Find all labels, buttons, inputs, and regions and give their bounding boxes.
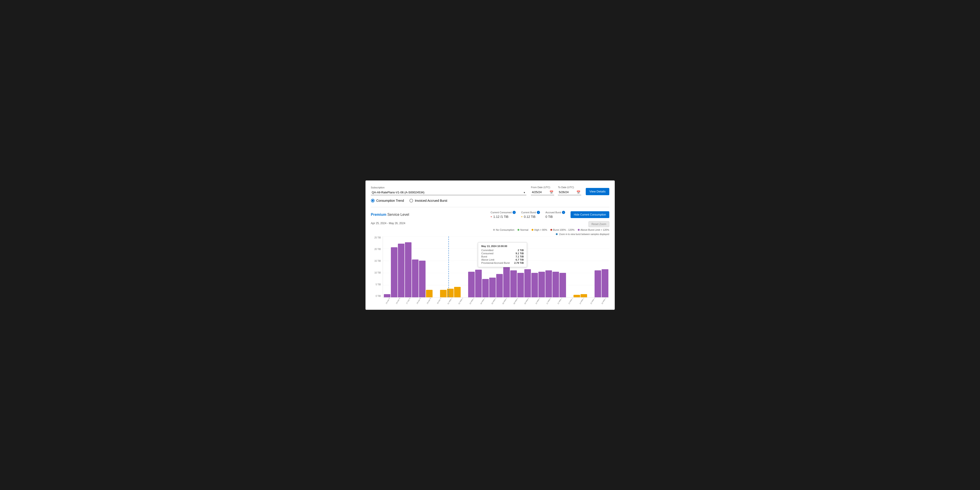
tooltip-above-limit-label: Above Limit xyxy=(481,258,494,261)
bar-18 xyxy=(510,270,517,297)
x-label-19: 15 May 16:00 xyxy=(590,298,600,304)
current-consumed-info-icon[interactable]: i xyxy=(512,211,516,214)
tooltip-consumed-row: Consumed 9.1 TiB xyxy=(481,252,523,255)
tooltip-burst-row: Burst 7.1 TiB xyxy=(481,255,523,258)
legend-label-high: High > 80% xyxy=(534,228,547,231)
accrued-burst-label: Accrued Burst i xyxy=(546,211,565,214)
from-date-calendar-icon[interactable]: 📅 xyxy=(549,190,553,194)
bar-13 xyxy=(475,270,482,297)
legend-high: High > 80% xyxy=(531,228,547,231)
tooltip-burst-label: Burst xyxy=(481,255,487,258)
y-label-25: 25 TiB xyxy=(374,236,381,239)
x-label-3: 28 Apr 06:00 xyxy=(416,298,426,304)
x-label-0: 25 Apr 00:00 xyxy=(385,298,395,304)
bar-16 xyxy=(496,274,503,297)
invoiced-accrued-label: Invoiced Accrued Burst xyxy=(415,199,447,203)
y-label-20: 20 TiB xyxy=(374,248,381,251)
tooltip-consumed-value: 9.1 TiB xyxy=(516,252,524,255)
to-date-field: To Date (UTC) 5/26/24 📅 xyxy=(558,186,581,195)
chart-legend: No Consumption Normal High > 80% Burst 1… xyxy=(493,228,609,231)
legend-label-no-consumption: No Consumption xyxy=(496,228,514,231)
bar-10 xyxy=(454,287,461,297)
bar-25 xyxy=(560,273,566,297)
x-label-18: 14 May 14:00 xyxy=(579,298,589,304)
consumed-dot: ● xyxy=(490,215,492,218)
legend-above-burst: Above Burst Limit > 120% xyxy=(578,228,609,231)
accrued-burst-info-icon[interactable]: i xyxy=(562,211,565,214)
main-container: Subscription QA-All-RatePlans-V1-06 (A-S… xyxy=(366,181,615,310)
tooltip-provisional-label: Provisional Accrued Burst xyxy=(481,262,510,264)
consumption-trend-label: Consumption Trend xyxy=(376,199,404,203)
x-label-12: 08 May 00:00 xyxy=(513,298,523,304)
y-label-10: 10 TiB xyxy=(374,271,381,274)
bar-5 xyxy=(419,261,426,297)
bar-19 xyxy=(517,273,524,297)
subscription-label: Subscription xyxy=(371,186,527,189)
subscription-select-wrapper: QA-All-RatePlans-V1-06 (A-S00024534) ▼ xyxy=(371,190,527,195)
top-row: Subscription QA-All-RatePlans-V1-06 (A-S… xyxy=(371,186,609,195)
reset-zoom-button[interactable]: Reset Zoom xyxy=(589,221,609,227)
x-label-2: 27 Apr 04:00 xyxy=(406,298,415,304)
x-label-1: 26 Apr 02:00 xyxy=(395,298,405,304)
bar-3 xyxy=(405,242,412,297)
subscription-section: Subscription QA-All-RatePlans-V1-06 (A-S… xyxy=(371,186,527,195)
bar-1 xyxy=(391,247,398,297)
bar-21 xyxy=(531,273,538,297)
x-label-14: 10 May 04:00 xyxy=(535,298,545,304)
tooltip-provisional-row: Provisional Accrued Burst 2.79 TiB xyxy=(481,262,523,264)
radio-row: Consumption Trend Invoiced Accrued Burst xyxy=(371,199,609,203)
bar-0 xyxy=(384,294,390,297)
view-details-button[interactable]: View Details xyxy=(586,188,609,195)
chart-inner: May 13, 2024 10:00:00 Committed 2 TiB Co… xyxy=(383,236,609,298)
x-label-7: 02 May 14:00 xyxy=(458,298,468,304)
subscription-select[interactable]: QA-All-RatePlans-V1-06 (A-S00024534) xyxy=(371,190,527,195)
x-label-17: 13 May 12:00 xyxy=(568,298,578,304)
consumption-trend-radio-circle xyxy=(371,199,375,203)
consumption-trend-radio[interactable]: Consumption Trend xyxy=(371,199,404,203)
service-header: Premium Service Level Current Consumed i… xyxy=(371,211,609,219)
bar-22 xyxy=(538,272,545,297)
chart-tooltip: May 13, 2024 10:00:00 Committed 2 TiB Co… xyxy=(478,242,527,267)
legend-dot-burst xyxy=(550,229,552,231)
from-date-value: 4/25/24 xyxy=(532,190,548,194)
metrics-row: Current Consumed i ● 1.12 /1 TiB Current… xyxy=(490,211,609,219)
x-label-10: 05 May 20:00 xyxy=(491,298,501,304)
legend-label-burst: Burst 100% - 120% xyxy=(553,228,574,231)
from-date-field: From Date (UTC) 4/25/24 📅 xyxy=(531,186,554,195)
date-section: From Date (UTC) 4/25/24 📅 To Date (UTC) … xyxy=(531,186,581,195)
current-consumed-metric: Current Consumed i ● 1.12 /1 TiB xyxy=(490,211,516,219)
to-date-calendar-icon[interactable]: 📅 xyxy=(576,190,580,194)
x-label-16: 12 May 10:00 xyxy=(557,298,567,304)
current-burst-info-icon[interactable]: i xyxy=(537,211,540,214)
tooltip-title: May 13, 2024 10:00:00 xyxy=(481,245,523,247)
tooltip-committed-row: Committed 2 TiB xyxy=(481,249,523,252)
legend-dot-normal xyxy=(517,229,519,231)
legend-dot-above-burst xyxy=(578,229,580,231)
tooltip-provisional-value: 2.79 TiB xyxy=(514,262,523,264)
service-level-text: Service Level xyxy=(387,212,409,216)
tooltip-committed-value: 2 TiB xyxy=(518,249,524,252)
x-label-6: 01 May 12:00 xyxy=(447,298,457,304)
x-label-9: 04 May 18:00 xyxy=(480,298,490,304)
hide-current-consumption-button[interactable]: Hide Current Consumption xyxy=(571,211,609,218)
bar-15 xyxy=(489,278,496,297)
premium-text: Premium xyxy=(371,212,387,216)
tooltip-consumed-label: Consumed xyxy=(481,252,493,255)
y-label-0: 0 TiB xyxy=(376,295,381,297)
legend-dot-no-consumption xyxy=(493,229,495,231)
invoiced-accrued-radio[interactable]: Invoiced Accrued Burst xyxy=(409,199,447,203)
legend-label-above-burst: Above Burst Limit > 120% xyxy=(581,228,609,231)
bar-9 xyxy=(447,289,453,297)
bar-31 xyxy=(601,269,608,297)
bar-23 xyxy=(546,270,552,297)
bar-27 xyxy=(573,295,580,297)
tooltip-burst-value: 7.1 TiB xyxy=(516,255,524,258)
x-label-4: 29 Apr 08:00 xyxy=(426,298,436,304)
bar-30 xyxy=(595,270,601,297)
tooltip-above-limit-row: Above Limit 6.7 TiB xyxy=(481,258,523,261)
y-label-15: 15 TiB xyxy=(374,260,381,262)
from-date-label: From Date (UTC) xyxy=(531,186,554,189)
current-consumed-label: Current Consumed i xyxy=(490,211,516,214)
bar-8 xyxy=(440,290,447,297)
current-burst-value: ● 0.12 TiB xyxy=(521,215,535,219)
